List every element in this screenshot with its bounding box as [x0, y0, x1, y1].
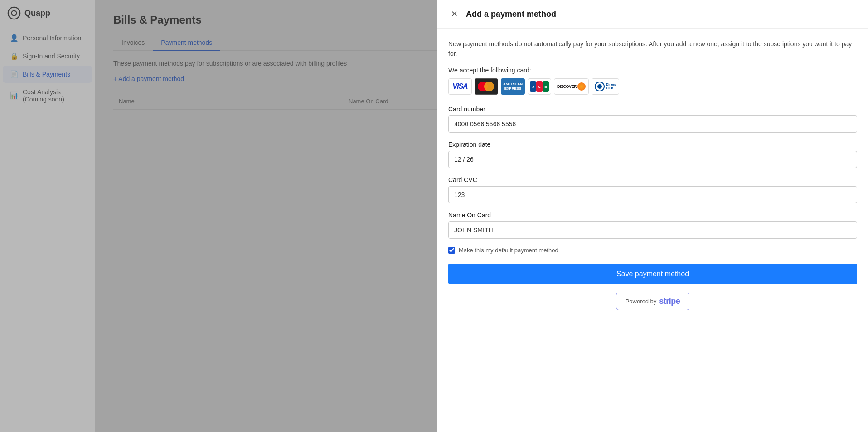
default-payment-label: Make this my default payment method [459, 247, 558, 254]
card-cvc-input[interactable] [448, 186, 857, 203]
default-payment-checkbox-group: Make this my default payment method [448, 247, 857, 254]
card-icons: VISA AMERICANEXPRESS J C [448, 78, 857, 95]
card-number-input[interactable] [448, 115, 857, 133]
card-cvc-group: Card CVC [448, 176, 857, 203]
panel-header: ✕ Add a payment method [437, 0, 868, 29]
close-panel-button[interactable]: ✕ [448, 8, 461, 20]
panel-title: Add a payment method [466, 10, 556, 19]
save-payment-method-button[interactable]: Save payment method [448, 264, 857, 284]
expiration-date-input[interactable] [448, 151, 857, 168]
jcb-icon: J C B [528, 78, 551, 95]
name-on-card-label: Name On Card [448, 211, 857, 219]
powered-by-label: Powered by [626, 298, 657, 305]
accepted-cards-label: We accept the following card: [448, 67, 857, 74]
stripe-label: stripe [659, 297, 680, 306]
diners-icon: DinersClub [592, 78, 619, 95]
card-number-group: Card number [448, 106, 857, 133]
stripe-badge: Powered by stripe [616, 293, 690, 310]
name-on-card-group: Name On Card [448, 211, 857, 239]
card-number-label: Card number [448, 106, 857, 113]
discover-icon: DISCOVER [554, 78, 589, 95]
powered-by-stripe: Powered by stripe [448, 293, 857, 310]
add-payment-panel: ✕ Add a payment method New payment metho… [437, 0, 868, 432]
panel-description: New payment methods do not automatically… [448, 39, 857, 58]
expiration-date-label: Expiration date [448, 141, 857, 148]
amex-icon: AMERICANEXPRESS [501, 78, 525, 95]
name-on-card-input[interactable] [448, 221, 857, 239]
expiration-date-group: Expiration date [448, 141, 857, 168]
card-cvc-label: Card CVC [448, 176, 857, 183]
mastercard-icon [475, 78, 498, 95]
panel-body: New payment methods do not automatically… [437, 29, 868, 432]
default-payment-checkbox[interactable] [448, 247, 455, 254]
visa-icon: VISA [448, 78, 472, 95]
